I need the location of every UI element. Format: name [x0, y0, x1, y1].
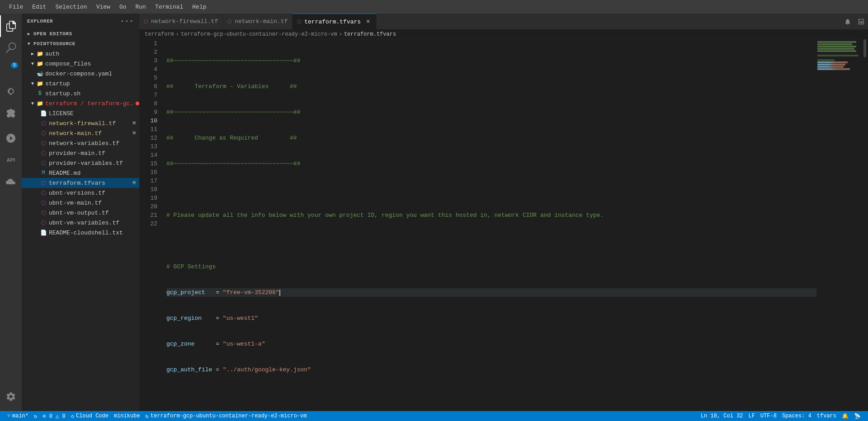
- api-icon[interactable]: API: [0, 149, 22, 171]
- sidebar-item-license[interactable]: 📄 LICENSE: [22, 108, 139, 118]
- status-errors[interactable]: ⊘ 0 △ 0: [40, 411, 68, 421]
- status-position[interactable]: Ln 10, Col 32: [698, 411, 746, 421]
- sidebar-title: EXPLORER ···: [22, 14, 139, 29]
- ubnt-vm-variables-icon: ⬡: [40, 219, 47, 226]
- sidebar-item-provider-main[interactable]: ⬡ provider-main.tf: [22, 148, 139, 158]
- ln-19: 19: [144, 194, 157, 202]
- scrollbar[interactable]: [862, 39, 868, 411]
- ubnt-vm-main-label: ubnt-vm-main.tf: [49, 200, 102, 206]
- tab-terraform-tfvars-close[interactable]: ×: [364, 18, 372, 25]
- sidebar-item-readme[interactable]: M README.md: [22, 168, 139, 178]
- sidebar-item-terraform-tfvars[interactable]: ⬡ terraform.tfvars M: [22, 178, 139, 188]
- sidebar-item-compose-files[interactable]: ▼ 📁 compose_files: [22, 59, 139, 69]
- cloud-code-icon: ◇: [71, 413, 74, 420]
- editor-right-icons: [841, 14, 868, 29]
- status-spaces[interactable]: Spaces: 4: [779, 411, 814, 421]
- menu-help[interactable]: Help: [188, 0, 211, 14]
- menu-view[interactable]: View: [92, 0, 115, 14]
- network-variables-icon: ⬡: [40, 140, 47, 147]
- settings-activity-icon[interactable]: [0, 386, 22, 407]
- ubnt-vm-variables-label: ubnt-vm-variables.tf: [49, 220, 119, 226]
- workspace-section[interactable]: ▼ POINTTOSOURCE: [22, 39, 139, 49]
- status-line-endings[interactable]: LF: [746, 411, 758, 421]
- provider-main-label: provider-main.tf: [49, 150, 105, 157]
- status-terraform-context[interactable]: ↻ terraform-gcp-ubuntu-container-ready-e…: [143, 411, 310, 421]
- sidebar-item-terraform-folder[interactable]: ▼ 📁 terraform / terraform-gcp-ubuntu: [22, 98, 139, 108]
- code-editor[interactable]: 1 2 3 4 5 6 7 8 9 10 11 12 13 14 15 16 1…: [139, 39, 868, 411]
- compose-files-label: compose_files: [45, 61, 91, 67]
- notifications-icon[interactable]: [841, 15, 854, 28]
- status-sync[interactable]: ↻: [31, 411, 40, 421]
- position-label: Ln 10, Col 32: [701, 413, 743, 419]
- terraform-tfvars-label: terraform.tfvars: [49, 180, 105, 187]
- code-content[interactable]: ##~~~~~~~~~~~~~~~~~~~~~~~~~~~~~~~~~~## #…: [162, 39, 816, 411]
- layout-icon[interactable]: [854, 15, 868, 28]
- search-activity-icon[interactable]: [0, 37, 22, 59]
- ln-13: 13: [144, 142, 157, 151]
- sidebar-item-network-main[interactable]: ⬡ network-main.tf M: [22, 128, 139, 138]
- menu-edit[interactable]: Edit: [28, 0, 51, 14]
- menu-go[interactable]: Go: [115, 0, 131, 14]
- code-line-8: [166, 237, 816, 245]
- sidebar-item-ubnt-vm-output[interactable]: ⬡ ubnt-vm-output.tf: [22, 208, 139, 218]
- ln-1: 1: [144, 39, 157, 48]
- status-language[interactable]: tfvars: [814, 411, 839, 421]
- sidebar-item-docker-compose[interactable]: 🐋 docker-compose.yaml: [22, 69, 139, 79]
- status-broadcast[interactable]: 📡: [851, 411, 863, 421]
- sidebar-more-button[interactable]: ···: [120, 17, 134, 25]
- cloud-icon[interactable]: [0, 171, 22, 192]
- terraform-chevron: ▼: [29, 100, 36, 107]
- auth-label: auth: [45, 51, 59, 57]
- remote-explorer-icon[interactable]: [0, 127, 22, 149]
- sidebar-item-provider-variables[interactable]: ⬡ provider-variables.tf: [22, 158, 139, 168]
- status-notifications[interactable]: 🔔: [839, 411, 851, 421]
- ln-10: 10: [144, 117, 157, 125]
- ln-14: 14: [144, 151, 157, 159]
- sidebar-item-startup[interactable]: ▼ 📁 startup: [22, 79, 139, 89]
- ubnt-vm-output-label: ubnt-vm-output.tf: [49, 210, 109, 216]
- code-line-13: gcp_auth_file = "../auth/google-key.json…: [166, 365, 816, 374]
- ln-12: 12: [144, 134, 157, 142]
- breadcrumb-file[interactable]: terraform.tfvars: [344, 31, 396, 37]
- startup-chevron: ▼: [29, 80, 36, 87]
- sidebar-item-startup-sh[interactable]: $ startup.sh: [22, 89, 139, 98]
- status-encoding[interactable]: UTF-8: [758, 411, 779, 421]
- status-branch[interactable]: ⑂ main*: [5, 411, 31, 421]
- ubnt-versions-label: ubnt-versions.tf: [49, 190, 105, 196]
- source-control-activity-icon[interactable]: 5: [0, 59, 22, 80]
- scrollbar-thumb[interactable]: [863, 39, 866, 57]
- open-editors-section[interactable]: ▶ OPEN EDITORS: [22, 29, 139, 39]
- status-minikube[interactable]: minikube: [111, 411, 143, 421]
- ln-5: 5: [144, 74, 157, 82]
- terraform-folder-label: terraform / terraform-gcp-ubuntu: [45, 100, 134, 107]
- sidebar-item-ubnt-vm-main[interactable]: ⬡ ubnt-vm-main.tf: [22, 198, 139, 208]
- branch-icon: ⑂: [7, 413, 10, 419]
- tab-network-firewall[interactable]: ⬡ network-firewall.tf: [139, 14, 223, 29]
- menu-selection[interactable]: Selection: [51, 0, 91, 14]
- tab-terraform-tfvars-label: terraform.tfvars: [304, 19, 361, 25]
- sidebar-item-auth[interactable]: ▶ 📁 auth: [22, 49, 139, 59]
- tab-terraform-tfvars[interactable]: ⬡ terraform.tfvars ×: [292, 14, 377, 29]
- network-variables-label: network-variables.tf: [49, 140, 119, 147]
- menu-terminal[interactable]: Terminal: [151, 0, 188, 14]
- readme-cloudshell-label: README-cloudshell.txt: [49, 229, 123, 236]
- explorer-activity-icon[interactable]: [0, 15, 22, 37]
- encoding-label: UTF-8: [760, 413, 777, 419]
- extensions-activity-icon[interactable]: [0, 102, 22, 124]
- workspace-label: POINTTOSOURCE: [33, 41, 75, 47]
- tab-bar: ⬡ network-firewall.tf ⬡ network-main.tf …: [139, 14, 868, 29]
- readme-cloudshell-icon: 📄: [40, 229, 47, 236]
- sidebar-item-network-variables[interactable]: ⬡ network-variables.tf: [22, 138, 139, 148]
- menu-run[interactable]: Run: [131, 0, 150, 14]
- sidebar-item-ubnt-versions[interactable]: ⬡ ubnt-versions.tf: [22, 188, 139, 198]
- sidebar-item-readme-cloudshell[interactable]: 📄 README-cloudshell.txt: [22, 228, 139, 238]
- menu-file[interactable]: File: [5, 0, 28, 14]
- run-debug-activity-icon[interactable]: [0, 80, 22, 102]
- breadcrumb-subfolder[interactable]: terraform-gcp-ubuntu-container-ready-e2-…: [181, 31, 337, 37]
- sidebar-item-network-firewall[interactable]: ⬡ network-firewall.tf M: [22, 118, 139, 128]
- sidebar-item-ubnt-vm-variables[interactable]: ⬡ ubnt-vm-variables.tf: [22, 218, 139, 228]
- errors-label: ⊘ 0 △ 0: [42, 413, 65, 420]
- breadcrumb-terraform[interactable]: terraform: [145, 31, 174, 37]
- tab-network-main[interactable]: ⬡ network-main.tf: [223, 14, 292, 29]
- status-cloud-code[interactable]: ◇ Cloud Code: [68, 411, 111, 421]
